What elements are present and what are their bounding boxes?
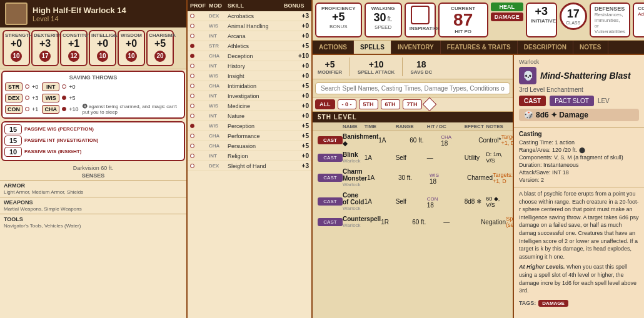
skill-deception[interactable]: CHA Deception +10 <box>188 51 311 61</box>
left-panel: High Half-Elf Warlock 14 Level 14 STRENG… <box>0 0 188 318</box>
detail-type: Warlock <box>519 59 639 65</box>
armor-value: 17 <box>567 7 580 21</box>
skill-insight[interactable]: WIS Insight +0 <box>188 71 311 81</box>
skill-nature[interactable]: INT Nature +0 <box>188 111 311 121</box>
skill-arcana-name: Arcana <box>228 33 283 39</box>
skill-insight-attr: WIS <box>209 73 226 79</box>
passive-investigation-val: 15 <box>4 136 22 146</box>
skill-performance-bonus: +5 <box>284 132 309 139</box>
save-dc-label: SAVS DC <box>410 69 432 75</box>
spell-attack-stat: +10 SPELL ATTACK <box>358 59 395 75</box>
skill-intimidation[interactable]: CHA Intimidation +5 <box>188 81 311 91</box>
skill-acrobatics[interactable]: DEX Acrobatics +3 <box>188 11 311 21</box>
ability-cha[interactable]: CHARISMA +5 20 <box>146 30 174 66</box>
cast-counterspell-button[interactable]: CAST <box>318 218 343 226</box>
ability-int[interactable]: INTELLIGENCE +0 10 <box>89 30 116 66</box>
armor-value: Light Armor, Medium Armor, Shields <box>4 189 183 195</box>
skill-perception[interactable]: WIS Perception +5 <box>188 121 311 131</box>
conditions-title: CONDITI <box>638 6 644 11</box>
blink-name: Blink <box>343 151 365 158</box>
filter-7th[interactable]: 7TH <box>403 99 422 109</box>
spell-banishment[interactable]: CAST Banishment ◆ 1A 60 ft. CHA18 Contro… <box>313 131 513 149</box>
ability-scores: STRENGTH +0 10 DEXTERITY +3 17 CONSTITUT… <box>0 27 186 69</box>
ability-dex[interactable]: DEXTERITY +3 17 <box>31 30 59 66</box>
spell-list-panel: +5 MODIFIER +10 SPELL ATTACK 18 SAVS DC <box>313 55 513 318</box>
cha-mod: +5 <box>149 38 171 49</box>
walking-card: WALKING 30 ft. SPEED <box>365 2 402 37</box>
ability-wis[interactable]: WISDOM +0 10 <box>118 30 145 66</box>
skill-medicine-dot <box>190 104 194 108</box>
damage-value: 8d6 ✦ Damage <box>536 111 588 119</box>
counterspell-name: Counterspell <box>343 216 381 222</box>
counterspell-time: 1R <box>381 219 412 226</box>
passive-perception-val: 15 <box>4 124 22 134</box>
skill-performance[interactable]: CHA Performance +5 <box>188 131 311 141</box>
inspiration-box[interactable] <box>411 6 430 24</box>
int-mod: +0 <box>91 38 114 49</box>
save-wis-mod: +5 <box>69 95 75 101</box>
tab-inventory[interactable]: INVENTORY <box>391 41 441 54</box>
spell-counterspell[interactable]: CAST Counterspell Warlock 1R 60 ft. — Ne… <box>313 214 513 231</box>
stat-divider-2 <box>402 57 403 76</box>
ability-str[interactable]: STRENGTH +0 10 <box>3 30 30 66</box>
skill-arcana[interactable]: INT Arcana +0 <box>188 31 311 41</box>
weapons-section: WEAPONS Martial Weapons, Simple Weapons <box>0 197 186 214</box>
skill-medicine[interactable]: WIS Medicine +0 <box>188 101 311 111</box>
skill-religion[interactable]: INT Religion +0 <box>188 151 311 161</box>
skill-persuasion[interactable]: CHA Persuasion +5 <box>188 141 311 151</box>
filter-all[interactable]: ALL <box>315 99 335 109</box>
initiative-value: +3 <box>531 6 552 18</box>
skill-athletics-name: Athletics <box>228 43 283 49</box>
passive-insight-val: 10 <box>4 147 22 157</box>
charm-range: 30 ft. <box>398 174 430 181</box>
skill-history[interactable]: INT History +0 <box>188 61 311 71</box>
tab-spells[interactable]: SPELLS <box>354 41 391 54</box>
counterspell-sub: Warlock <box>343 222 381 228</box>
con-mod: +1 <box>63 38 85 49</box>
spell-cone-of-cold[interactable]: CAST Cone of Cold Warlock 1A Self CON18 … <box>313 190 513 214</box>
5th-level-label: 5TH LEVEL <box>318 114 357 121</box>
save-dex-val: DEX <box>5 94 23 102</box>
skill-intimidation-name: Intimidation <box>228 83 283 89</box>
tab-notes[interactable]: NOTES <box>573 41 608 54</box>
diamond-filter-button[interactable] <box>422 97 436 112</box>
skill-athletics[interactable]: STR Athletics +5 <box>188 41 311 51</box>
saving-throws-title: SAVING THROWS <box>5 74 181 81</box>
detail-pact-slot-button[interactable]: PACT SLOT <box>550 96 594 106</box>
attack-save-row: Attack/Save: INT 18 <box>519 169 639 176</box>
tab-features[interactable]: FEATURES & TRAITS <box>441 41 518 54</box>
save-int-dot <box>62 84 66 89</box>
heal-button[interactable]: HEAL <box>491 2 523 11</box>
initiative-label: INITIATIVE <box>531 18 552 24</box>
cast-blink-button[interactable]: CAST <box>318 154 343 162</box>
filter-6th[interactable]: 6TH <box>381 99 400 109</box>
cone-name-col: Cone of Cold Warlock <box>343 192 365 211</box>
tab-description[interactable]: DESCRIPTION <box>518 41 573 54</box>
cast-banishment-button[interactable]: CAST <box>318 136 343 144</box>
cast-cone-button[interactable]: CAST <box>318 197 343 206</box>
skill-investigation[interactable]: INT Investigation +0 <box>188 91 311 101</box>
proficiency-sub: BONUS <box>321 24 356 29</box>
tab-actions[interactable]: ACTIONS <box>313 41 354 54</box>
skill-animal-handling[interactable]: WIS Animal Handling +0 <box>188 21 311 31</box>
spell-charm-monster[interactable]: CAST Charm Monster Warlock 1A 30 ft. WIS… <box>313 166 513 190</box>
spell-blink[interactable]: CAST Blink Warlock 1A Self — Utility D: … <box>313 149 513 166</box>
skill-performance-dot <box>190 134 194 138</box>
initiative-card: +3 INITIATIVE <box>526 2 557 37</box>
save-str: STR +0 <box>5 82 38 91</box>
skill-sleight[interactable]: DEX Sleight of Hand +3 <box>188 161 311 171</box>
ability-con[interactable]: CONSTITUTION +1 12 <box>60 30 88 66</box>
weapons-value: Martial Weapons, Simple Weapons <box>4 206 183 212</box>
wis-score: 10 <box>124 49 138 63</box>
spell-detail-panel: Warlock 💀 Mind-Shattering Blast 3rd Leve… <box>513 55 644 318</box>
filter-0[interactable]: - 0 - <box>338 99 356 109</box>
filter-5th[interactable]: 5TH <box>359 99 378 109</box>
spell-search-input[interactable] <box>315 82 510 94</box>
banishment-notes: Targets: +1, D <box>501 134 513 146</box>
skill-performance-attr: CHA <box>209 133 226 139</box>
detail-cast-button[interactable]: CAST <box>519 96 546 106</box>
conditions-add-link[interactable]: Add Acti <box>638 11 644 17</box>
cast-charm-button[interactable]: CAST <box>318 174 343 182</box>
main-area: PROFICIENCY +5 BONUS WALKING 30 ft. SPEE… <box>313 0 644 318</box>
damage-button[interactable]: DAMAGE <box>491 12 523 21</box>
